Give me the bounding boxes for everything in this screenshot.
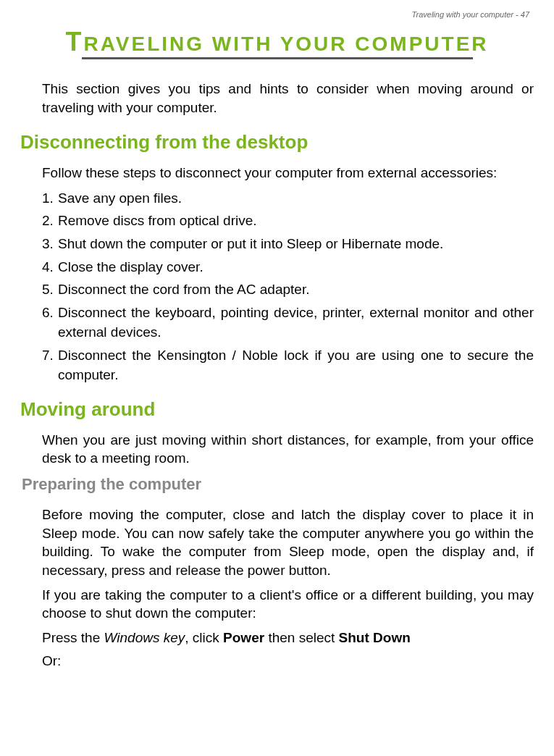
title-rest: RAVELING WITH YOUR COMPUTER <box>83 33 488 55</box>
page-title: TRAVELING WITH YOUR COMPUTER <box>20 26 534 57</box>
list-item: 2.Remove discs from optical drive. <box>42 211 534 231</box>
list-item: 1.Save any open files. <box>42 188 534 209</box>
instr-mid: , click <box>185 630 223 645</box>
intro-paragraph: This section gives you tips and hints to… <box>42 80 534 117</box>
list-number: 6. <box>42 303 58 343</box>
section2-lead: When you are just moving within short di… <box>42 431 534 468</box>
list-item: 3.Shut down the computer or put it into … <box>42 234 534 254</box>
list-number: 1. <box>42 188 58 209</box>
list-item: 4.Close the display cover. <box>42 257 534 277</box>
power-text: Power <box>223 630 264 645</box>
list-text: Shut down the computer or put it into Sl… <box>58 234 534 254</box>
list-item: 6.Disconnect the keyboard, pointing devi… <box>42 303 534 343</box>
shutdown-text: Shut Down <box>339 630 411 645</box>
shutdown-instruction: Press the Windows key, click Power then … <box>42 629 534 647</box>
section1-lead: Follow these steps to disconnect your co… <box>42 164 534 182</box>
list-number: 5. <box>42 280 58 300</box>
or-text: Or: <box>42 652 534 671</box>
windows-key-text: Windows key <box>104 630 185 645</box>
list-text: Disconnect the cord from the AC adapter. <box>58 280 534 300</box>
list-number: 2. <box>42 211 58 231</box>
subsection-heading-preparing: Preparing the computer <box>22 475 534 494</box>
list-text: Close the display cover. <box>58 257 534 277</box>
running-header: Traveling with your computer - 47 <box>20 0 534 26</box>
instr-mid2: then select <box>264 630 338 645</box>
section-heading-moving: Moving around <box>20 398 534 421</box>
section-heading-disconnecting: Disconnecting from the desktop <box>20 131 534 154</box>
preparing-p1: Before moving the computer, close and la… <box>42 505 534 580</box>
list-item: 5.Disconnect the cord from the AC adapte… <box>42 280 534 300</box>
list-number: 3. <box>42 234 58 254</box>
title-divider <box>82 57 473 59</box>
preparing-p2: If you are taking the computer to a clie… <box>42 586 534 623</box>
list-item: 7.Disconnect the Kensington / Noble lock… <box>42 345 534 385</box>
instr-prefix: Press the <box>42 630 104 645</box>
list-text: Remove discs from optical drive. <box>58 211 534 231</box>
list-number: 4. <box>42 257 58 277</box>
title-bigletter: T <box>65 27 83 56</box>
list-text: Disconnect the Kensington / Noble lock i… <box>58 345 534 385</box>
list-text: Disconnect the keyboard, pointing device… <box>58 303 534 343</box>
list-number: 7. <box>42 345 58 385</box>
steps-list: 1.Save any open files. 2.Remove discs fr… <box>42 188 534 385</box>
list-text: Save any open files. <box>58 188 534 209</box>
